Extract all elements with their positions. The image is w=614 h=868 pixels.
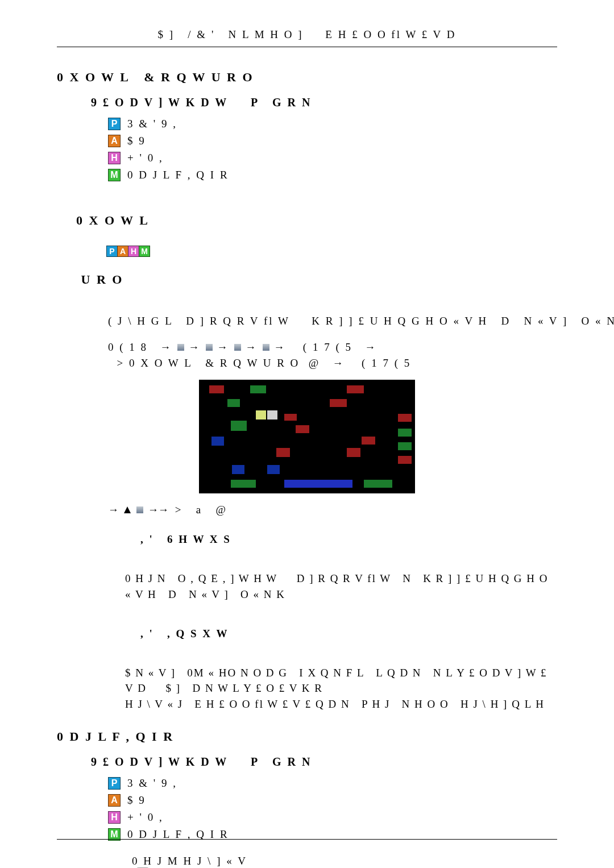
step-id-input: , ' , Q S X W <box>125 610 557 657</box>
mode-row-pc-dvi: P 3 & ' 9 , <box>108 777 557 790</box>
modes-list-2: P 3 & ' 9 , A $ 9 H + ' 0 , M 0 D J L F … <box>108 777 557 841</box>
step-label: , ' 6 H W X S <box>140 533 231 545</box>
menu-text: 0 ( 1 8 <box>108 341 157 354</box>
svg-rect-5 <box>330 399 347 407</box>
mode-label: 0 D J L F , Q I R <box>127 169 229 181</box>
mode-row-av: A $ 9 <box>108 135 557 147</box>
svg-rect-11 <box>296 425 309 433</box>
arrow-icon: → <box>274 341 287 354</box>
triangle-up-icon <box>124 506 131 513</box>
section-title-multi-control: 0 X O W L & R Q W U R O <box>57 70 557 85</box>
menu-text: ( 1 7 ( 5 <box>290 341 362 354</box>
svg-rect-6 <box>256 410 266 420</box>
svg-rect-4 <box>227 399 240 407</box>
mode-label: $ 9 <box>127 135 146 147</box>
a-icon: A <box>117 246 128 257</box>
svg-rect-15 <box>398 442 412 450</box>
modes-list-1: P 3 & ' 9 , A $ 9 H + ' 0 , M 0 D J L F … <box>108 118 557 181</box>
title-left-fragment: 0 X O W L <box>76 213 163 227</box>
svg-rect-2 <box>250 385 266 393</box>
menu-text: > 0 X O W L & R Q W U R O @ <box>108 357 329 369</box>
section-title-magicinfo: 0 D J L F , Q I R <box>57 729 557 744</box>
menu-text: → > a @ <box>158 504 227 516</box>
svg-rect-13 <box>211 437 224 446</box>
mode-row-av: A $ 9 <box>108 794 557 807</box>
h-icon: H <box>128 246 139 257</box>
mode-label: + ' 0 , <box>127 811 164 824</box>
mode-row-pc-dvi: P 3 & ' 9 , <box>108 118 557 130</box>
h-icon: H <box>108 152 121 164</box>
intro-para: ( J \ H G L D ] R Q R V fl W K R ] ] £ U… <box>108 313 557 330</box>
menu-text: ( 1 7 ( 5 <box>349 357 411 369</box>
mode-label: 3 & ' 9 , <box>127 777 177 790</box>
mode-row-hdmi: H + ' 0 , <box>108 811 557 824</box>
note-title: 0 H J M H J \ ] « V <box>132 855 247 867</box>
mode-label: $ 9 <box>127 794 146 807</box>
arrow-icon: → <box>217 341 230 354</box>
svg-rect-7 <box>267 410 277 420</box>
step-label: , ' , Q S X W <box>140 628 229 639</box>
svg-rect-1 <box>209 385 224 393</box>
footer-rule <box>57 839 557 840</box>
mode-row-magicinfo: M 0 D J L F , Q I R <box>108 169 557 181</box>
arrow-icon: → <box>364 341 377 354</box>
a-icon: A <box>108 794 121 807</box>
svg-rect-16 <box>276 448 290 457</box>
nav-block-icon <box>136 506 143 513</box>
arrow-icon: → <box>246 341 258 354</box>
svg-rect-0 <box>199 380 415 493</box>
a-icon: A <box>108 135 121 147</box>
inline-pahm-icons: PAHM <box>77 228 150 272</box>
mode-label: 3 & ' 9 , <box>127 118 177 130</box>
menu-navigation-line: 0 ( 1 8 → → → → → ( 1 7 ( 5 → > 0 X O W … <box>108 341 557 369</box>
m-icon: M <box>108 169 121 181</box>
svg-rect-10 <box>231 421 247 431</box>
h-icon: H <box>108 811 121 824</box>
p-icon: P <box>106 246 118 257</box>
svg-rect-14 <box>362 437 375 445</box>
svg-rect-20 <box>267 465 280 474</box>
svg-rect-17 <box>347 448 360 457</box>
m-icon: M <box>139 246 150 257</box>
mode-row-hdmi: H + ' 0 , <box>108 152 557 164</box>
modes-heading-1: 9 £ O D V ] W K D W P G R N <box>91 96 557 109</box>
p-icon: P <box>108 777 121 790</box>
note-icon <box>108 855 124 868</box>
nav-block-icon <box>263 344 269 351</box>
arrow-icon: → <box>189 341 201 354</box>
p-icon: P <box>108 118 121 130</box>
svg-rect-23 <box>364 480 392 488</box>
title-right-fragment: U R O <box>76 272 123 286</box>
svg-rect-8 <box>284 414 297 421</box>
svg-rect-19 <box>232 465 244 474</box>
running-header: $ ] / & ' N L M H O ] E H £ O O fl W £ V… <box>57 28 557 47</box>
page: $ ] / & ' N L M H O ] E H £ O O fl W £ V… <box>0 0 614 868</box>
section-title-multi-pahm: 0 X O W L PAHM U R O <box>57 198 557 302</box>
arrow-icon: → <box>160 341 173 354</box>
svg-rect-12 <box>398 429 412 437</box>
arrow-icon: → <box>108 504 121 516</box>
nav-block-icon <box>177 344 184 351</box>
svg-rect-9 <box>398 414 412 422</box>
osd-screenshot <box>199 380 415 493</box>
svg-rect-21 <box>231 480 256 488</box>
step-id-input-body: $ N « V ] 0M « HO N O D G I X Q N F L L … <box>125 665 557 712</box>
nav-block-icon <box>206 344 213 351</box>
modes-heading-2: 9 £ O D V ] W K D W P G R N <box>91 755 557 769</box>
arrow-sequence-a: → → → > a @ <box>108 504 557 516</box>
note-row: 0 H J M H J \ ] « V <box>108 855 557 868</box>
svg-rect-3 <box>347 385 364 393</box>
arrow-icon: → <box>333 357 345 369</box>
svg-rect-18 <box>398 456 412 464</box>
mode-label: + ' 0 , <box>127 152 164 164</box>
nav-block-icon <box>234 344 241 351</box>
svg-rect-22 <box>284 480 352 488</box>
step-id-setup-body: 0 H J N O , Q E , ] W H W D ] R Q R V fl… <box>125 571 557 602</box>
step-id-setup: , ' 6 H W X S <box>125 516 557 563</box>
